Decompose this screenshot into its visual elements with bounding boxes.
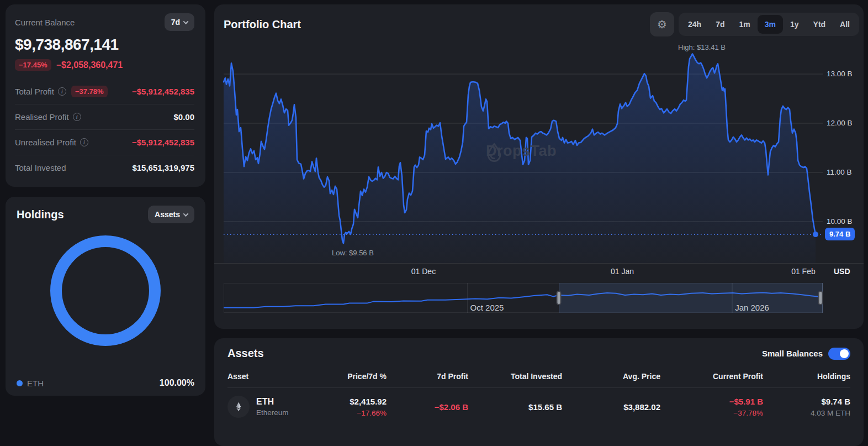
chart-y-axis: 13.00 B12.00 B11.00 B10.00 B 9.74 B	[823, 42, 864, 263]
chevron-down-icon	[183, 211, 189, 217]
asset-holdings-value: $9.74 B	[763, 397, 850, 406]
x-tick-label: 01 Feb	[791, 267, 816, 276]
asset-current-profit: −$5.91 B	[660, 397, 763, 406]
total-profit-pct-badge: −37.78%	[71, 86, 108, 97]
total-profit-value: −$5,912,452,835	[132, 87, 194, 96]
balance-period-value: 7d	[171, 18, 180, 27]
holdings-view-dropdown[interactable]: Assets	[148, 206, 194, 223]
chart-x-axis: 01 Dec01 Jan01 Feb USD	[214, 263, 864, 279]
balance-change-pct-badge: −17.45%	[15, 59, 51, 71]
assets-table: Asset Price/7d % 7d Profit Total Investe…	[227, 372, 850, 427]
total-profit-label: Total Profit	[15, 87, 54, 96]
holdings-view-value: Assets	[155, 210, 180, 219]
realised-profit-value: $0.00	[173, 112, 194, 122]
realised-profit-label: Realised Profit	[15, 112, 69, 122]
col-avg-price: Avg. Price	[562, 372, 660, 381]
small-balances-label: Small Balances	[762, 349, 823, 358]
range-button-all[interactable]: All	[833, 15, 857, 34]
range-button-7d[interactable]: 7d	[708, 15, 732, 34]
portfolio-dashboard: Current Balance 7d $9,738,867,141 −17.45…	[0, 0, 868, 446]
chart-low-annotation: Low: $9.56 B	[332, 249, 374, 257]
info-icon[interactable]: i	[80, 138, 88, 146]
chevron-down-icon	[183, 19, 189, 24]
y-tick-label: 13.00 B	[827, 70, 853, 78]
balance-change-value: −$2,058,360,471	[56, 60, 123, 70]
y-tick-label: 11.00 B	[827, 168, 852, 176]
minimap-label-jan: Jan 2026	[735, 303, 769, 312]
asset-holdings-amount: 4.03 M ETH	[763, 409, 850, 417]
asset-current-profit-pct: −37.78%	[660, 409, 763, 417]
col-7d-profit: 7d Profit	[387, 372, 468, 381]
minimap-label-oct: Oct 2025	[470, 303, 504, 312]
minimap-left-handle[interactable]	[556, 291, 561, 305]
asset-symbol: ETH	[256, 397, 289, 407]
x-tick-label: 01 Dec	[411, 267, 436, 276]
unrealised-profit-row: Unrealised Profit i −$5,912,452,835	[15, 129, 194, 155]
small-balances-toggle[interactable]	[828, 348, 850, 360]
range-button-1y[interactable]: 1y	[783, 15, 806, 34]
col-total-invested: Total Invested	[468, 372, 562, 381]
current-balance-label: Current Balance	[15, 18, 75, 27]
portfolio-chart-plot[interactable]: High: $13.41 B Low: $9.56 B DropsTab	[224, 42, 823, 263]
asset-price-change: −17.66%	[316, 409, 387, 417]
asset-7d-profit: −$2.06 B	[387, 402, 468, 412]
info-icon[interactable]: i	[73, 113, 81, 121]
eth-legend-dot	[17, 380, 23, 386]
eth-legend-label: ETH	[27, 379, 44, 388]
assets-title: Assets	[227, 347, 264, 360]
minimap-right-handle[interactable]	[818, 291, 823, 305]
asset-price: $2,415.92	[316, 397, 387, 406]
assets-card: Assets Small Balances Asset Price/7d % 7…	[214, 338, 864, 446]
chart-minimap[interactable]: Oct 2025 Jan 2026	[224, 283, 823, 313]
x-tick-label: 01 Jan	[611, 267, 634, 276]
unrealised-profit-label: Unrealised Profit	[15, 138, 76, 147]
minimap-selection-brush[interactable]	[559, 283, 823, 313]
col-asset: Asset	[227, 372, 316, 381]
chart-range-selector: 24h7d1m3m1yYtdAll	[679, 13, 859, 36]
current-balance-card: Current Balance 7d $9,738,867,141 −17.45…	[6, 4, 205, 187]
portfolio-chart-title: Portfolio Chart	[224, 18, 301, 31]
total-invested-label: Total Invested	[15, 163, 66, 172]
current-value-badge: 9.74 B	[825, 228, 855, 240]
holdings-donut-chart[interactable]	[50, 235, 161, 346]
chart-high-annotation: High: $13.41 B	[678, 43, 726, 51]
holdings-card: Holdings Assets ETH 100.00%	[6, 197, 205, 396]
water-drop-icon	[486, 143, 502, 162]
current-balance-value: $9,738,867,141	[15, 36, 194, 54]
col-current-profit: Current Profit	[660, 372, 763, 381]
holdings-title: Holdings	[17, 208, 64, 221]
info-icon[interactable]: i	[58, 87, 66, 96]
chart-settings-button[interactable]: ⚙	[650, 12, 674, 36]
col-price: Price/7d %	[316, 372, 387, 381]
asset-total-invested: $15.65 B	[468, 402, 562, 412]
y-tick-label: 10.00 B	[827, 217, 853, 225]
total-invested-row: Total Invested $15,651,319,975	[15, 155, 194, 180]
asset-avg-price: $3,882.02	[562, 402, 660, 412]
gear-icon: ⚙	[657, 18, 667, 31]
ethereum-icon	[227, 396, 250, 418]
y-tick-label: 12.00 B	[827, 119, 853, 127]
range-button-3m[interactable]: 3m	[758, 15, 783, 34]
range-button-ytd[interactable]: Ytd	[806, 15, 833, 34]
dropstab-watermark: DropsTab	[486, 143, 557, 160]
range-button-1m[interactable]: 1m	[732, 15, 758, 34]
range-button-24h[interactable]: 24h	[681, 15, 708, 34]
asset-row-eth[interactable]: ETH Ethereum $2,415.92 −17.66% −$2.06 B …	[227, 388, 850, 427]
eth-legend-percent: 100.00%	[160, 378, 194, 388]
portfolio-chart-card: Portfolio Chart ⚙ 24h7d1m3m1yYtdAll High…	[214, 4, 864, 329]
total-profit-row: Total Profit i −37.78% −$5,912,452,835	[15, 78, 194, 104]
total-invested-value: $15,651,319,975	[132, 163, 194, 172]
assets-table-header: Asset Price/7d % 7d Profit Total Investe…	[227, 372, 850, 388]
chart-unit-label: USD	[834, 267, 850, 276]
realised-profit-row: Realised Profit i $0.00	[15, 104, 194, 129]
unrealised-profit-value: −$5,912,452,835	[132, 138, 194, 147]
balance-period-dropdown[interactable]: 7d	[165, 13, 194, 31]
toggle-knob	[840, 349, 849, 358]
current-value-dot	[813, 232, 818, 237]
col-holdings: Holdings	[763, 372, 850, 381]
asset-name: Ethereum	[256, 408, 289, 417]
